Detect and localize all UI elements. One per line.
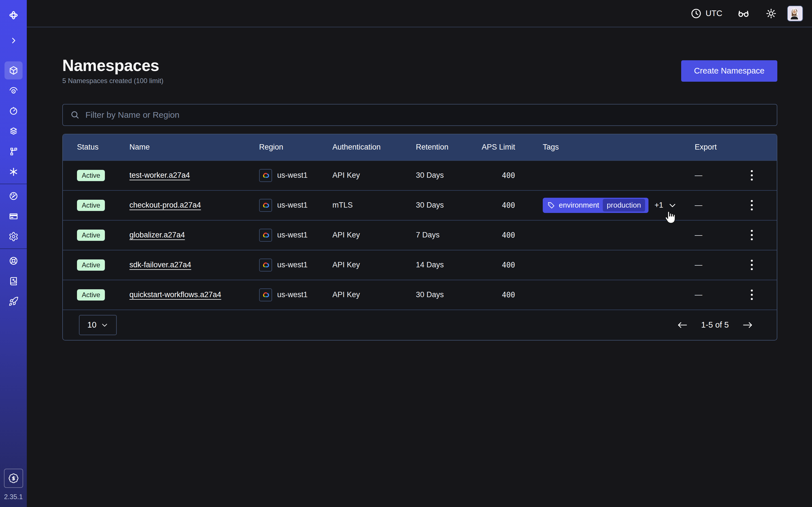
- sidebar-item-branch[interactable]: [4, 143, 22, 161]
- sidebar-item-layers[interactable]: [4, 122, 22, 140]
- row-actions-menu-button[interactable]: [748, 167, 756, 183]
- row-actions-menu-button[interactable]: [748, 287, 756, 303]
- retention-value: 7 Days: [403, 231, 468, 239]
- table-row: Active checkout-prod.a27a4 us-west1 mTLS…: [63, 190, 777, 220]
- tags-expand-chevron-icon[interactable]: [668, 201, 677, 210]
- auth-value: mTLS: [319, 201, 403, 210]
- namespace-link[interactable]: globalizer.a27a4: [130, 231, 185, 239]
- region-label: us-west1: [277, 261, 308, 269]
- aps-limit-value: 400: [468, 261, 516, 269]
- gcp-cloud-icon: [259, 259, 272, 272]
- filter-input[interactable]: [85, 110, 769, 120]
- namespace-link[interactable]: checkout-prod.a27a4: [130, 201, 201, 210]
- sidebar-nav-tertiary: [4, 252, 22, 311]
- region-label: us-west1: [277, 290, 308, 299]
- region-label: us-west1: [277, 231, 308, 239]
- credits-badge-button[interactable]: [4, 469, 23, 488]
- table-header-row: Status Name Region Authentication Retent…: [63, 134, 777, 160]
- namespace-link[interactable]: quickstart-workflows.a27a4: [130, 290, 221, 299]
- status-badge: Active: [77, 200, 105, 211]
- timezone-selector[interactable]: UTC: [690, 8, 722, 19]
- sidebar-item-docs[interactable]: [4, 272, 22, 290]
- next-page-button[interactable]: [741, 320, 755, 330]
- table-row: Active sdk-failover.a27a4 us-west1 API K…: [63, 250, 777, 280]
- export-value: —: [682, 261, 727, 269]
- status-badge: Active: [77, 289, 105, 300]
- namespace-link[interactable]: test-worker.a27a4: [130, 171, 190, 180]
- clock-icon: [690, 8, 702, 19]
- page-size-select[interactable]: 10: [79, 315, 117, 335]
- export-value: —: [682, 231, 727, 239]
- tag-icon: [547, 202, 555, 209]
- col-aps-limit: APS Limit: [468, 143, 516, 152]
- col-retention: Retention: [403, 143, 468, 152]
- region-label: us-west1: [277, 171, 308, 180]
- sidebar-item-usage[interactable]: [4, 187, 22, 205]
- sidebar: 2.35.1: [0, 0, 27, 507]
- auth-value: API Key: [319, 261, 403, 269]
- col-name: Name: [116, 143, 246, 152]
- main-content: Namespaces 5 Namespaces created (100 lim…: [27, 27, 812, 507]
- auth-value: API Key: [319, 231, 403, 239]
- export-value: —: [682, 171, 727, 180]
- auth-value: API Key: [319, 290, 403, 299]
- status-badge: Active: [77, 260, 105, 271]
- aps-limit-value: 400: [468, 231, 516, 239]
- sun-icon: [765, 8, 777, 19]
- sidebar-item-getting-started[interactable]: [4, 292, 22, 311]
- sidebar-expand-chevron-icon[interactable]: [4, 32, 22, 50]
- sidebar-item-namespaces[interactable]: [4, 61, 22, 79]
- retention-value: 30 Days: [403, 290, 468, 299]
- table-footer: 10 1-5 of 5: [63, 309, 777, 340]
- gcp-cloud-icon: [259, 229, 272, 242]
- sidebar-item-settings[interactable]: [4, 228, 22, 245]
- retention-value: 14 Days: [403, 261, 468, 269]
- labs-glasses-button[interactable]: [737, 7, 750, 20]
- app-window: 2.35.1 UTC: [0, 0, 812, 507]
- page-title: Namespaces: [62, 57, 163, 74]
- sidebar-item-billing[interactable]: [4, 207, 22, 225]
- table-row: Active test-worker.a27a4 us-west1 API Ke…: [63, 160, 777, 190]
- auth-value: API Key: [319, 171, 403, 180]
- col-authentication: Authentication: [319, 143, 403, 152]
- sidebar-item-support[interactable]: [4, 252, 22, 270]
- app-version: 2.35.1: [4, 493, 23, 501]
- row-actions-menu-button[interactable]: [748, 257, 756, 273]
- namespace-link[interactable]: sdk-failover.a27a4: [130, 261, 191, 269]
- namespaces-table: Status Name Region Authentication Retent…: [62, 134, 777, 341]
- retention-value: 30 Days: [403, 171, 468, 180]
- export-value: —: [682, 290, 727, 299]
- col-tags: Tags: [516, 143, 682, 152]
- sidebar-item-schedules[interactable]: [4, 102, 22, 120]
- region-label: us-west1: [277, 201, 308, 210]
- sidebar-item-monitor[interactable]: [4, 82, 22, 100]
- export-value: —: [682, 201, 727, 210]
- tags-cell: environment production +1: [516, 198, 682, 213]
- pagination: 1-5 of 5: [675, 320, 755, 330]
- sidebar-nav-primary: [4, 61, 22, 181]
- sidebar-divider: [0, 184, 27, 184]
- tag-pill[interactable]: environment production: [543, 198, 649, 213]
- gcp-cloud-icon: [259, 169, 272, 182]
- theme-toggle-button[interactable]: [765, 7, 777, 20]
- topbar: UTC: [27, 0, 812, 27]
- prev-page-button[interactable]: [675, 320, 689, 330]
- sidebar-item-nexus[interactable]: [4, 163, 22, 181]
- create-namespace-button[interactable]: Create Namespace: [681, 60, 777, 82]
- sidebar-nav-secondary: [4, 187, 22, 245]
- user-avatar[interactable]: [787, 6, 803, 21]
- sidebar-divider: [0, 248, 27, 249]
- aps-limit-value: 400: [468, 171, 516, 180]
- table-row: Active globalizer.a27a4 us-west1 API Key…: [63, 220, 777, 250]
- temporal-logo-icon[interactable]: [4, 6, 22, 24]
- row-actions-menu-button[interactable]: [748, 227, 756, 243]
- aps-limit-value: 400: [468, 291, 516, 299]
- search-icon: [70, 110, 80, 120]
- tag-more-count: +1: [655, 201, 663, 210]
- col-status: Status: [63, 143, 116, 152]
- pagination-range: 1-5 of 5: [701, 320, 729, 330]
- col-export: Export: [682, 143, 727, 152]
- aps-limit-value: 400: [468, 201, 516, 210]
- row-actions-menu-button[interactable]: [748, 197, 756, 213]
- status-badge: Active: [77, 230, 105, 241]
